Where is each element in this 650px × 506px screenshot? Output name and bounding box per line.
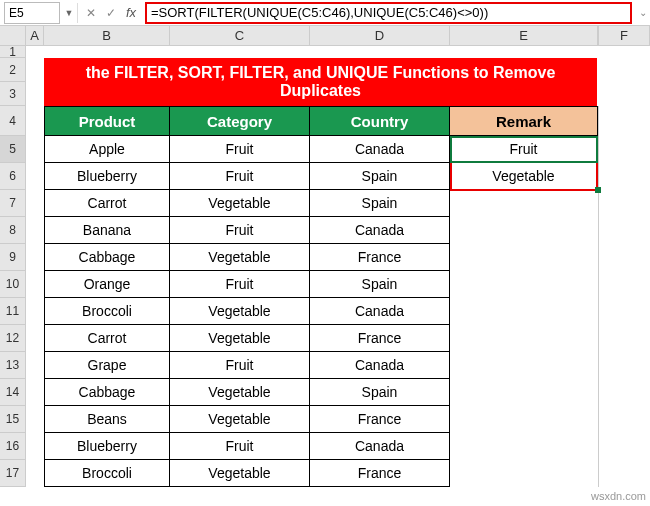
cell-f8[interactable] [598, 217, 650, 244]
row-header-6[interactable]: 6 [0, 163, 26, 190]
cell-f5[interactable] [598, 136, 650, 163]
cell-category[interactable]: Fruit [170, 163, 310, 190]
cell-product[interactable]: Carrot [44, 190, 170, 217]
row-header-16[interactable]: 16 [0, 433, 26, 460]
cell-remark[interactable]: Fruit [450, 136, 598, 163]
col-header-c[interactable]: C [170, 26, 310, 45]
cell-product[interactable]: Broccoli [44, 460, 170, 487]
select-all-corner[interactable] [0, 26, 26, 45]
row-header-8[interactable]: 8 [0, 217, 26, 244]
cell-a12[interactable] [26, 325, 44, 352]
cell-e15[interactable] [450, 406, 598, 433]
cell-country[interactable]: Spain [310, 163, 450, 190]
cell-country[interactable]: France [310, 460, 450, 487]
cell-a14[interactable] [26, 379, 44, 406]
cell-a7[interactable] [26, 190, 44, 217]
row-header-1[interactable]: 1 [0, 46, 26, 58]
cell-e12[interactable] [450, 325, 598, 352]
col-header-b[interactable]: B [44, 26, 170, 45]
cell-country[interactable]: Canada [310, 217, 450, 244]
row-header-2[interactable]: 2 [0, 58, 26, 82]
cell-f9[interactable] [598, 244, 650, 271]
cell-a4[interactable] [26, 106, 44, 136]
cell-f14[interactable] [598, 379, 650, 406]
cell-product[interactable]: Banana [44, 217, 170, 244]
cell-a15[interactable] [26, 406, 44, 433]
cell-country[interactable]: Canada [310, 136, 450, 163]
cell-product[interactable]: Apple [44, 136, 170, 163]
header-product[interactable]: Product [44, 106, 170, 136]
fx-icon[interactable]: fx [121, 5, 141, 20]
cell-e7[interactable] [450, 190, 598, 217]
cell-category[interactable]: Vegetable [170, 190, 310, 217]
cell-country[interactable]: France [310, 244, 450, 271]
cell-category[interactable]: Vegetable [170, 406, 310, 433]
cell-category[interactable]: Vegetable [170, 460, 310, 487]
cell-f7[interactable] [598, 190, 650, 217]
cell-category[interactable]: Fruit [170, 271, 310, 298]
cell-a5[interactable] [26, 136, 44, 163]
formula-input[interactable]: =SORT(FILTER(UNIQUE(C5:C46),UNIQUE(C5:C4… [145, 2, 632, 24]
row-header-11[interactable]: 11 [0, 298, 26, 325]
cell-country[interactable]: Spain [310, 190, 450, 217]
cell-country[interactable]: Canada [310, 433, 450, 460]
cell-f11[interactable] [598, 298, 650, 325]
row-header-17[interactable]: 17 [0, 460, 26, 487]
header-remark[interactable]: Remark [450, 106, 598, 136]
cell-country[interactable]: Spain [310, 271, 450, 298]
row-header-7[interactable]: 7 [0, 190, 26, 217]
cell-a9[interactable] [26, 244, 44, 271]
cell-e13[interactable] [450, 352, 598, 379]
cell-f6[interactable] [598, 163, 650, 190]
header-country[interactable]: Country [310, 106, 450, 136]
cell-category[interactable]: Vegetable [170, 379, 310, 406]
cell-category[interactable]: Vegetable [170, 298, 310, 325]
row-header-14[interactable]: 14 [0, 379, 26, 406]
cell-category[interactable]: Vegetable [170, 244, 310, 271]
cell-remark[interactable]: Vegetable [450, 163, 598, 190]
cell-a11[interactable] [26, 298, 44, 325]
cell-product[interactable]: Blueberry [44, 433, 170, 460]
cell-f15[interactable] [598, 406, 650, 433]
expand-formula-bar-icon[interactable]: ⌄ [636, 7, 650, 18]
cell-product[interactable]: Broccoli [44, 298, 170, 325]
cell-e8[interactable] [450, 217, 598, 244]
cell-country[interactable]: Canada [310, 298, 450, 325]
cell-f4[interactable] [598, 106, 650, 136]
name-box-dropdown-icon[interactable]: ▼ [64, 8, 74, 18]
cell-a8[interactable] [26, 217, 44, 244]
row-header-4[interactable]: 4 [0, 106, 26, 136]
row-header-12[interactable]: 12 [0, 325, 26, 352]
cell-e14[interactable] [450, 379, 598, 406]
cell-f17[interactable] [598, 460, 650, 487]
cell-country[interactable]: France [310, 406, 450, 433]
cell-product[interactable]: Orange [44, 271, 170, 298]
cancel-icon[interactable]: ✕ [81, 3, 101, 23]
cell-category[interactable]: Fruit [170, 136, 310, 163]
cell-product[interactable]: Blueberry [44, 163, 170, 190]
cell-category[interactable]: Vegetable [170, 325, 310, 352]
cell-product[interactable]: Carrot [44, 325, 170, 352]
cell-a17[interactable] [26, 460, 44, 487]
cell-f12[interactable] [598, 325, 650, 352]
col-header-f[interactable]: F [598, 26, 650, 45]
cell-product[interactable]: Beans [44, 406, 170, 433]
cell-country[interactable]: Canada [310, 352, 450, 379]
fill-handle[interactable] [595, 187, 601, 193]
cell-country[interactable]: Spain [310, 379, 450, 406]
cell-a16[interactable] [26, 433, 44, 460]
cell-product[interactable]: Cabbage [44, 379, 170, 406]
cell-category[interactable]: Fruit [170, 217, 310, 244]
cell-e11[interactable] [450, 298, 598, 325]
cell-a6[interactable] [26, 163, 44, 190]
cell-category[interactable]: Fruit [170, 352, 310, 379]
header-category[interactable]: Category [170, 106, 310, 136]
cell-e9[interactable] [450, 244, 598, 271]
cell-product[interactable]: Grape [44, 352, 170, 379]
row-header-13[interactable]: 13 [0, 352, 26, 379]
enter-icon[interactable]: ✓ [101, 3, 121, 23]
cell-f16[interactable] [598, 433, 650, 460]
cell-a13[interactable] [26, 352, 44, 379]
cell-product[interactable]: Cabbage [44, 244, 170, 271]
row-header-9[interactable]: 9 [0, 244, 26, 271]
